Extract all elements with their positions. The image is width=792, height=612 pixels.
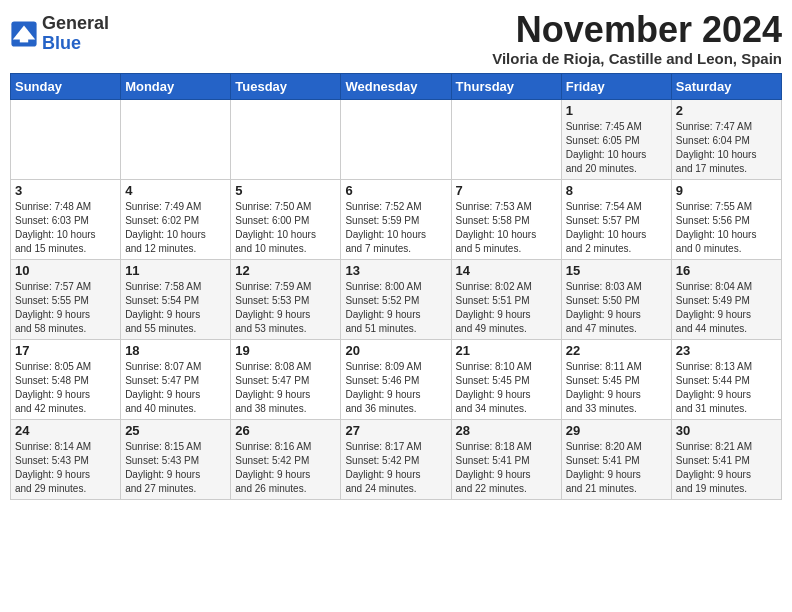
calendar-cell: 11Sunrise: 7:58 AM Sunset: 5:54 PM Dayli… xyxy=(121,259,231,339)
logo-general-text: General xyxy=(42,13,109,33)
logo-icon xyxy=(10,20,38,48)
day-info: Sunrise: 7:48 AM Sunset: 6:03 PM Dayligh… xyxy=(15,200,116,256)
calendar-cell: 22Sunrise: 8:11 AM Sunset: 5:45 PM Dayli… xyxy=(561,339,671,419)
day-info: Sunrise: 8:15 AM Sunset: 5:43 PM Dayligh… xyxy=(125,440,226,496)
calendar-cell: 28Sunrise: 8:18 AM Sunset: 5:41 PM Dayli… xyxy=(451,419,561,499)
day-number: 23 xyxy=(676,343,777,358)
calendar-cell: 21Sunrise: 8:10 AM Sunset: 5:45 PM Dayli… xyxy=(451,339,561,419)
calendar-week-row: 1Sunrise: 7:45 AM Sunset: 6:05 PM Daylig… xyxy=(11,99,782,179)
day-number: 15 xyxy=(566,263,667,278)
calendar-cell xyxy=(231,99,341,179)
day-number: 18 xyxy=(125,343,226,358)
calendar-cell xyxy=(341,99,451,179)
logo-blue-text: Blue xyxy=(42,33,81,53)
calendar-week-row: 3Sunrise: 7:48 AM Sunset: 6:03 PM Daylig… xyxy=(11,179,782,259)
day-number: 14 xyxy=(456,263,557,278)
calendar-cell: 15Sunrise: 8:03 AM Sunset: 5:50 PM Dayli… xyxy=(561,259,671,339)
calendar-cell: 18Sunrise: 8:07 AM Sunset: 5:47 PM Dayli… xyxy=(121,339,231,419)
logo: General Blue xyxy=(10,14,109,54)
day-info: Sunrise: 8:10 AM Sunset: 5:45 PM Dayligh… xyxy=(456,360,557,416)
weekday-header-saturday: Saturday xyxy=(671,73,781,99)
day-info: Sunrise: 8:05 AM Sunset: 5:48 PM Dayligh… xyxy=(15,360,116,416)
day-number: 1 xyxy=(566,103,667,118)
day-info: Sunrise: 8:02 AM Sunset: 5:51 PM Dayligh… xyxy=(456,280,557,336)
day-number: 16 xyxy=(676,263,777,278)
day-info: Sunrise: 8:09 AM Sunset: 5:46 PM Dayligh… xyxy=(345,360,446,416)
calendar-cell: 20Sunrise: 8:09 AM Sunset: 5:46 PM Dayli… xyxy=(341,339,451,419)
day-info: Sunrise: 8:08 AM Sunset: 5:47 PM Dayligh… xyxy=(235,360,336,416)
calendar-cell: 17Sunrise: 8:05 AM Sunset: 5:48 PM Dayli… xyxy=(11,339,121,419)
day-number: 29 xyxy=(566,423,667,438)
day-info: Sunrise: 8:20 AM Sunset: 5:41 PM Dayligh… xyxy=(566,440,667,496)
calendar-week-row: 17Sunrise: 8:05 AM Sunset: 5:48 PM Dayli… xyxy=(11,339,782,419)
day-number: 4 xyxy=(125,183,226,198)
day-info: Sunrise: 7:50 AM Sunset: 6:00 PM Dayligh… xyxy=(235,200,336,256)
calendar-cell: 25Sunrise: 8:15 AM Sunset: 5:43 PM Dayli… xyxy=(121,419,231,499)
day-number: 12 xyxy=(235,263,336,278)
calendar-cell: 24Sunrise: 8:14 AM Sunset: 5:43 PM Dayli… xyxy=(11,419,121,499)
day-number: 20 xyxy=(345,343,446,358)
calendar-cell: 16Sunrise: 8:04 AM Sunset: 5:49 PM Dayli… xyxy=(671,259,781,339)
day-info: Sunrise: 8:11 AM Sunset: 5:45 PM Dayligh… xyxy=(566,360,667,416)
day-number: 21 xyxy=(456,343,557,358)
calendar-cell xyxy=(121,99,231,179)
day-info: Sunrise: 7:47 AM Sunset: 6:04 PM Dayligh… xyxy=(676,120,777,176)
day-info: Sunrise: 8:00 AM Sunset: 5:52 PM Dayligh… xyxy=(345,280,446,336)
day-number: 24 xyxy=(15,423,116,438)
calendar-cell: 27Sunrise: 8:17 AM Sunset: 5:42 PM Dayli… xyxy=(341,419,451,499)
calendar-cell: 1Sunrise: 7:45 AM Sunset: 6:05 PM Daylig… xyxy=(561,99,671,179)
calendar-cell: 4Sunrise: 7:49 AM Sunset: 6:02 PM Daylig… xyxy=(121,179,231,259)
day-number: 17 xyxy=(15,343,116,358)
day-info: Sunrise: 7:59 AM Sunset: 5:53 PM Dayligh… xyxy=(235,280,336,336)
calendar-cell xyxy=(11,99,121,179)
day-number: 6 xyxy=(345,183,446,198)
weekday-header-wednesday: Wednesday xyxy=(341,73,451,99)
calendar-week-row: 10Sunrise: 7:57 AM Sunset: 5:55 PM Dayli… xyxy=(11,259,782,339)
page-header: General Blue November 2024 Viloria de Ri… xyxy=(10,10,782,67)
day-number: 7 xyxy=(456,183,557,198)
day-info: Sunrise: 7:58 AM Sunset: 5:54 PM Dayligh… xyxy=(125,280,226,336)
month-title: November 2024 xyxy=(492,10,782,50)
day-info: Sunrise: 8:14 AM Sunset: 5:43 PM Dayligh… xyxy=(15,440,116,496)
calendar-cell: 12Sunrise: 7:59 AM Sunset: 5:53 PM Dayli… xyxy=(231,259,341,339)
day-number: 30 xyxy=(676,423,777,438)
calendar-cell: 7Sunrise: 7:53 AM Sunset: 5:58 PM Daylig… xyxy=(451,179,561,259)
weekday-header-row: SundayMondayTuesdayWednesdayThursdayFrid… xyxy=(11,73,782,99)
calendar-cell: 19Sunrise: 8:08 AM Sunset: 5:47 PM Dayli… xyxy=(231,339,341,419)
day-info: Sunrise: 7:55 AM Sunset: 5:56 PM Dayligh… xyxy=(676,200,777,256)
calendar-cell: 13Sunrise: 8:00 AM Sunset: 5:52 PM Dayli… xyxy=(341,259,451,339)
weekday-header-friday: Friday xyxy=(561,73,671,99)
day-number: 26 xyxy=(235,423,336,438)
calendar-cell: 10Sunrise: 7:57 AM Sunset: 5:55 PM Dayli… xyxy=(11,259,121,339)
day-info: Sunrise: 8:03 AM Sunset: 5:50 PM Dayligh… xyxy=(566,280,667,336)
day-number: 19 xyxy=(235,343,336,358)
title-area: November 2024 Viloria de Rioja, Castille… xyxy=(492,10,782,67)
weekday-header-thursday: Thursday xyxy=(451,73,561,99)
day-number: 13 xyxy=(345,263,446,278)
day-info: Sunrise: 7:49 AM Sunset: 6:02 PM Dayligh… xyxy=(125,200,226,256)
day-number: 22 xyxy=(566,343,667,358)
calendar-week-row: 24Sunrise: 8:14 AM Sunset: 5:43 PM Dayli… xyxy=(11,419,782,499)
day-info: Sunrise: 8:17 AM Sunset: 5:42 PM Dayligh… xyxy=(345,440,446,496)
svg-rect-2 xyxy=(20,35,28,42)
day-number: 25 xyxy=(125,423,226,438)
day-number: 27 xyxy=(345,423,446,438)
day-info: Sunrise: 8:13 AM Sunset: 5:44 PM Dayligh… xyxy=(676,360,777,416)
day-info: Sunrise: 7:45 AM Sunset: 6:05 PM Dayligh… xyxy=(566,120,667,176)
day-info: Sunrise: 7:54 AM Sunset: 5:57 PM Dayligh… xyxy=(566,200,667,256)
calendar-cell: 26Sunrise: 8:16 AM Sunset: 5:42 PM Dayli… xyxy=(231,419,341,499)
calendar-cell: 3Sunrise: 7:48 AM Sunset: 6:03 PM Daylig… xyxy=(11,179,121,259)
day-number: 28 xyxy=(456,423,557,438)
day-number: 3 xyxy=(15,183,116,198)
day-number: 9 xyxy=(676,183,777,198)
day-info: Sunrise: 8:07 AM Sunset: 5:47 PM Dayligh… xyxy=(125,360,226,416)
day-info: Sunrise: 7:52 AM Sunset: 5:59 PM Dayligh… xyxy=(345,200,446,256)
calendar-cell: 30Sunrise: 8:21 AM Sunset: 5:41 PM Dayli… xyxy=(671,419,781,499)
weekday-header-sunday: Sunday xyxy=(11,73,121,99)
day-number: 5 xyxy=(235,183,336,198)
weekday-header-tuesday: Tuesday xyxy=(231,73,341,99)
day-info: Sunrise: 8:16 AM Sunset: 5:42 PM Dayligh… xyxy=(235,440,336,496)
calendar-cell: 2Sunrise: 7:47 AM Sunset: 6:04 PM Daylig… xyxy=(671,99,781,179)
calendar-cell: 6Sunrise: 7:52 AM Sunset: 5:59 PM Daylig… xyxy=(341,179,451,259)
day-info: Sunrise: 8:18 AM Sunset: 5:41 PM Dayligh… xyxy=(456,440,557,496)
